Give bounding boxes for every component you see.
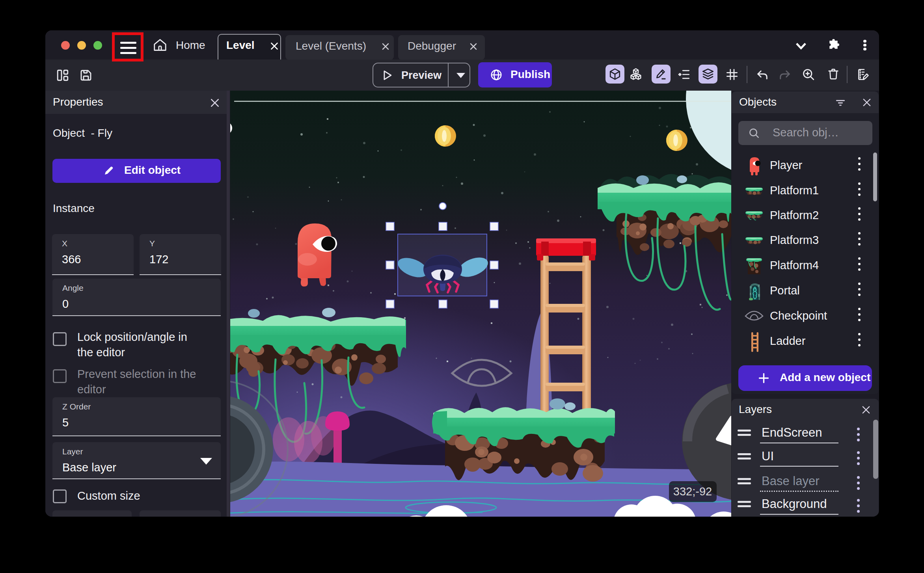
svg-text:332;-92: 332;-92 <box>673 485 712 498</box>
